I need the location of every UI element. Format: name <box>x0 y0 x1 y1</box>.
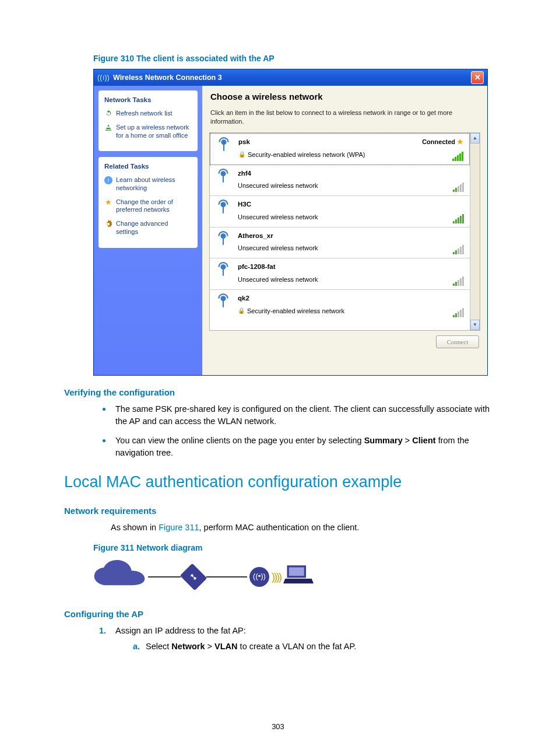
net-name: H3C <box>238 200 414 209</box>
refresh-icon <box>104 110 112 118</box>
signal-bars-icon <box>453 214 464 223</box>
signal-bars-icon <box>453 245 464 254</box>
network-item-qk2[interactable]: qk2 🔒Security-enabled wireless network <box>210 290 470 321</box>
change-advanced-link[interactable]: Change advanced settings <box>104 220 192 236</box>
laptop-icon <box>283 564 314 590</box>
change-order-label: Change the order of preferred networks <box>116 198 192 215</box>
connected-label: Connected <box>422 138 455 147</box>
network-list: psk 🔒Security-enabled wireless network (… <box>210 133 470 330</box>
antenna-icon <box>216 293 232 317</box>
favorite-star-icon: ★ <box>457 137 463 147</box>
network-item-zhf4[interactable]: zhf4 Unsecured wireless network <box>210 165 470 197</box>
wireless-signal-icon: )))) <box>272 569 281 584</box>
step-1: 1. Assign an IP address to the fat AP: a… <box>99 625 492 653</box>
antenna-icon <box>216 137 233 161</box>
refresh-network-list-link[interactable]: Refresh network list <box>104 110 192 118</box>
net-name: psk <box>238 137 413 147</box>
dialog-title: Wireless Network Connection 3 <box>113 72 222 83</box>
wireless-dialog: ((ı)) Wireless Network Connection 3 ✕ Ne… <box>93 69 488 375</box>
step-1a: a. Select Network > VLAN to create a VLA… <box>133 640 492 653</box>
verify-bullet-1: The same PSK pre-shared key is configure… <box>99 403 492 428</box>
star-icon: ★ <box>104 198 112 206</box>
network-requirements-heading: Network requirements <box>64 505 492 517</box>
antenna-icon <box>216 200 232 223</box>
info-icon: i <box>104 176 112 184</box>
verify-bullet-2: You can view the online clients on the p… <box>99 435 492 459</box>
signal-bars-icon <box>452 152 463 161</box>
net-security: Unsecured wireless network <box>238 181 318 191</box>
scrollbar[interactable]: ▲ ▼ <box>470 133 480 330</box>
net-security: Unsecured wireless network <box>238 244 318 253</box>
related-tasks-heading: Related Tasks <box>104 162 192 172</box>
connect-button[interactable]: Connect <box>436 335 479 348</box>
net-security: Security-enabled wireless network <box>247 307 344 316</box>
section-heading: Local MAC authentication configuration e… <box>64 471 492 494</box>
antenna-icon <box>216 231 232 255</box>
net-security: Security-enabled wireless network (WPA) <box>248 150 365 160</box>
switch-icon <box>183 568 204 586</box>
scroll-up-button[interactable]: ▲ <box>470 133 480 144</box>
figure-311-link[interactable]: Figure 311 <box>159 523 199 532</box>
choose-network-heading: Choose a wireless network <box>210 92 479 102</box>
lock-icon: 🔒 <box>238 150 245 159</box>
titlebar: ((ı)) Wireless Network Connection 3 ✕ <box>94 69 487 86</box>
net-name: qk2 <box>238 293 414 303</box>
link-line <box>148 576 181 578</box>
verifying-heading: Verifying the configuration <box>64 386 492 399</box>
net-name: Atheros_xr <box>238 231 414 241</box>
network-item-pfc[interactable]: pfc-1208-fat Unsecured wireless network <box>210 258 470 290</box>
scroll-track[interactable] <box>470 144 480 320</box>
figure-310-caption: Figure 310 The client is associated with… <box>93 52 492 64</box>
net-name: pfc-1208-fat <box>238 262 414 272</box>
gear-icon <box>104 220 112 228</box>
network-diagram: ((•)) )))) <box>93 560 492 594</box>
network-tasks-heading: Network Tasks <box>104 95 192 105</box>
wifi-titlebar-icon: ((ı)) <box>97 72 110 83</box>
page-number: 303 <box>0 722 556 733</box>
setup-icon <box>104 124 112 132</box>
netreq-text: As shown in Figure 311, perform MAC auth… <box>111 522 492 534</box>
signal-bars-icon <box>453 183 464 192</box>
ap-icon: ((•)) <box>249 567 269 587</box>
network-item-psk[interactable]: psk 🔒Security-enabled wireless network (… <box>210 133 470 165</box>
signal-bars-icon <box>453 308 464 317</box>
signal-bars-icon <box>453 276 464 286</box>
close-button[interactable]: ✕ <box>471 71 484 84</box>
right-panel: Choose a wireless network Click an item … <box>202 86 487 374</box>
scroll-down-button[interactable]: ▼ <box>470 320 480 330</box>
net-security: Unsecured wireless network <box>238 213 318 222</box>
lock-icon: 🔒 <box>238 307 245 316</box>
setup-network-link[interactable]: Set up a wireless network for a home or … <box>104 124 192 140</box>
net-name: zhf4 <box>238 169 414 178</box>
learn-link[interactable]: i Learn about wireless networking <box>104 176 192 192</box>
configuring-ap-heading: Configuring the AP <box>64 608 492 621</box>
change-order-link[interactable]: ★ Change the order of preferred networks <box>104 198 192 215</box>
antenna-icon <box>216 262 232 286</box>
setup-label: Set up a wireless network for a home or … <box>116 124 192 140</box>
network-item-atheros[interactable]: Atheros_xr Unsecured wireless network <box>210 228 470 259</box>
refresh-label: Refresh network list <box>116 110 173 118</box>
cloud-icon <box>93 560 146 594</box>
instructions-text: Click an item in the list below to conne… <box>210 108 479 125</box>
left-task-panel: Network Tasks Refresh network list Set u… <box>94 86 202 374</box>
link-line <box>206 576 247 578</box>
learn-label: Learn about wireless networking <box>116 176 192 192</box>
antenna-icon <box>216 169 232 192</box>
net-security: Unsecured wireless network <box>238 275 318 285</box>
figure-311-caption: Figure 311 Network diagram <box>93 542 492 554</box>
change-advanced-label: Change advanced settings <box>116 220 192 236</box>
network-item-h3c[interactable]: H3C Unsecured wireless network <box>210 196 470 228</box>
